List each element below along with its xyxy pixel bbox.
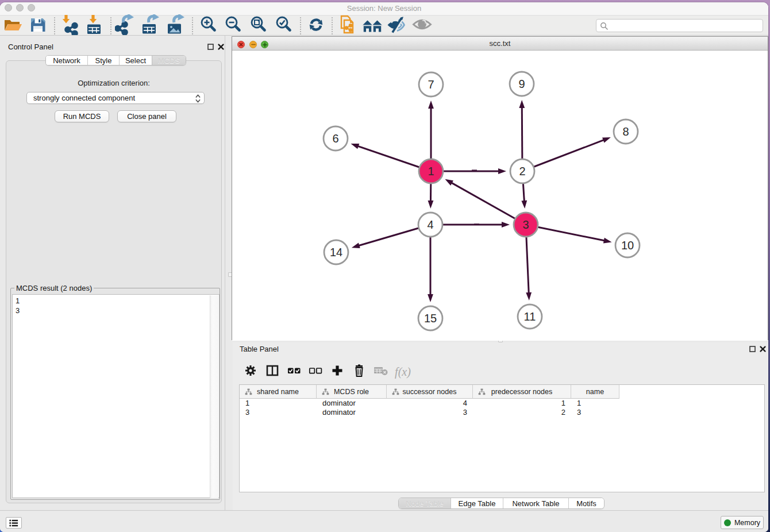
refresh-icon	[306, 15, 326, 37]
graph-node-4[interactable]: 4	[418, 213, 442, 237]
tab-network[interactable]: Network	[46, 56, 87, 65]
graph-node-2[interactable]: 2	[510, 159, 534, 183]
svg-text:10: 10	[621, 239, 634, 252]
delete-table-button	[372, 363, 390, 380]
import-network-button[interactable]	[59, 16, 80, 36]
table-row[interactable]: 1dominator411	[240, 399, 764, 408]
zoom-out-icon	[224, 15, 243, 37]
table-panel-title: Table Panel	[240, 345, 279, 353]
export-image-button[interactable]	[165, 16, 186, 36]
cell-MCDS-role: dominator	[317, 408, 387, 417]
window-title: Session: New Session	[0, 4, 768, 13]
svg-text:7: 7	[428, 78, 434, 91]
cell-predecessor-nodes: 2	[473, 408, 571, 417]
tab-select[interactable]: Select	[119, 56, 152, 65]
graph-edge-2-8[interactable]	[522, 137, 611, 171]
open-folder-button[interactable]	[2, 16, 23, 36]
fit-content-button[interactable]	[248, 16, 269, 36]
hide-details-icon	[387, 15, 407, 37]
graph-node-3[interactable]: 3	[514, 213, 538, 237]
float-table-panel-icon[interactable]	[748, 345, 756, 353]
search-icon	[600, 22, 609, 30]
toolbar-separator	[300, 17, 301, 34]
hide-details-button[interactable]	[387, 16, 407, 36]
delete-table-icon	[374, 365, 388, 379]
tab-node-table[interactable]: Node Table	[399, 498, 451, 508]
clone-network-icon	[337, 14, 357, 37]
split-columns-button[interactable]	[264, 363, 281, 380]
cell-name: 3	[571, 408, 619, 417]
toolbar-separator	[332, 17, 333, 34]
memory-status-icon	[724, 519, 731, 526]
home-button[interactable]	[362, 16, 383, 36]
column-header-name[interactable]: name	[571, 385, 619, 399]
close-panel-button[interactable]: Close panel	[117, 110, 176, 122]
tab-edge-table[interactable]: Edge Table	[451, 498, 503, 508]
deselect-all-button[interactable]	[307, 363, 324, 380]
svg-text:3: 3	[522, 218, 529, 231]
zoom-in-button[interactable]	[198, 16, 219, 36]
table-tabs: Node TableEdge TableNetwork TableMotifs	[398, 498, 605, 509]
zoom-out-button[interactable]	[223, 16, 244, 36]
run-mcds-button[interactable]: Run MCDS	[55, 110, 109, 122]
deselect-all-icon	[309, 364, 322, 379]
add-column-icon	[331, 364, 344, 379]
tab-style[interactable]: Style	[87, 56, 119, 65]
delete-column-button[interactable]	[351, 363, 368, 380]
clone-network-button[interactable]	[337, 16, 357, 36]
zoom-selected-button[interactable]	[274, 16, 294, 36]
column-header-MCDS-role[interactable]: MCDS role	[317, 385, 387, 399]
column-header-label: shared name	[257, 388, 299, 396]
refresh-button[interactable]	[306, 16, 326, 36]
search-field[interactable]	[596, 19, 763, 32]
svg-text:15: 15	[424, 312, 437, 325]
export-table-button[interactable]	[140, 16, 161, 36]
graph-node-10[interactable]: 10	[615, 233, 640, 257]
svg-text:14: 14	[330, 246, 342, 259]
tab-motifs[interactable]: Motifs	[568, 498, 604, 508]
criterion-dropdown[interactable]: strongly connected component	[26, 92, 205, 104]
import-table-button[interactable]	[84, 16, 105, 36]
graph-node-9[interactable]: 9	[510, 72, 534, 96]
column-header-predecessor-nodes[interactable]: predecessor nodes	[473, 385, 571, 399]
graph-node-14[interactable]: 14	[324, 240, 348, 264]
graph-node-6[interactable]: 6	[324, 126, 348, 151]
float-panel-icon[interactable]	[206, 43, 214, 51]
function-builder-button: f(x)	[394, 363, 411, 380]
graph-node-1[interactable]: 1	[419, 159, 443, 183]
tab-network-table[interactable]: Network Table	[503, 498, 568, 508]
svg-text:9: 9	[518, 78, 525, 90]
node-table: shared name MCDS role successor nodes pr…	[239, 384, 765, 492]
graph-node-7[interactable]: 7	[419, 72, 443, 97]
select-all-button[interactable]	[286, 363, 303, 380]
split-columns-icon	[266, 364, 279, 379]
column-header-successor-nodes[interactable]: successor nodes	[387, 385, 473, 399]
mcds-result-scrollbar[interactable]	[210, 295, 218, 498]
show-details-button[interactable]	[412, 16, 433, 36]
graph-node-15[interactable]: 15	[418, 306, 442, 330]
add-column-button[interactable]	[329, 363, 346, 380]
graph-node-8[interactable]: 8	[614, 119, 638, 144]
export-network-icon	[115, 14, 136, 37]
column-header-shared-name[interactable]: shared name	[240, 385, 317, 399]
network-canvas[interactable]: 7 9 6 8 1 2 4 3 14 10 15 11	[232, 51, 768, 341]
task-history-button[interactable]	[6, 517, 22, 529]
gear-button[interactable]	[242, 363, 259, 380]
tab-mcds[interactable]: MCDS	[152, 56, 186, 65]
main-toolbar	[0, 16, 768, 36]
save-session-button[interactable]	[28, 16, 48, 36]
table-row[interactable]: 3dominator323	[240, 408, 764, 417]
graph-edge-3-1[interactable]	[445, 179, 526, 225]
memory-button[interactable]: Memory	[721, 516, 764, 529]
close-panel-icon[interactable]	[217, 43, 225, 51]
graph-node-11[interactable]: 11	[518, 304, 542, 329]
zoom-selected-icon	[274, 15, 294, 37]
graph-edge-3-10[interactable]	[526, 225, 612, 243]
search-input[interactable]	[610, 20, 760, 31]
toolbar-separator	[54, 17, 55, 34]
mcds-result-text[interactable]: 1 3	[12, 294, 220, 498]
export-network-button[interactable]	[115, 16, 136, 36]
svg-text:4: 4	[427, 218, 433, 231]
cell-predecessor-nodes: 1	[473, 399, 571, 408]
close-table-panel-icon[interactable]	[759, 345, 767, 353]
